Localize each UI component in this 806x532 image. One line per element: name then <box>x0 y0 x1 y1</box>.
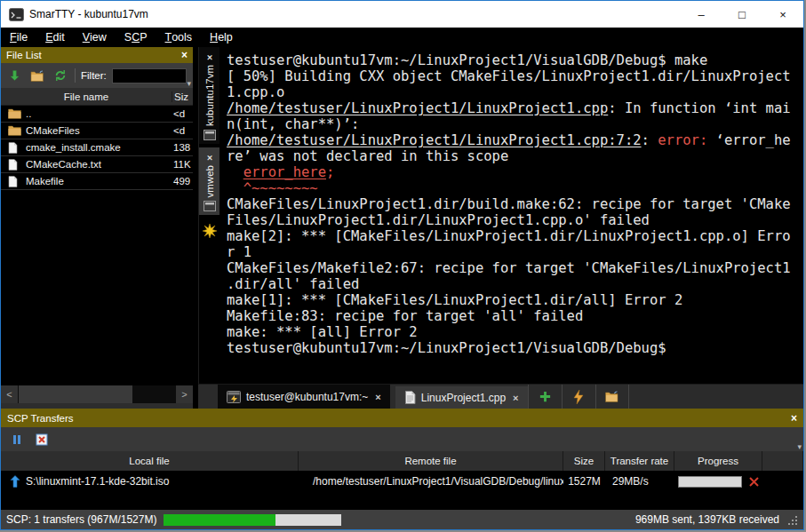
scp-toolbar: ▾ <box>1 427 803 451</box>
pause-transfer-button[interactable] <box>8 431 26 449</box>
terminal-line: r 1 <box>227 244 802 260</box>
scp-table-header: Local fileRemote fileSizeTransfer ratePr… <box>1 451 803 471</box>
hscroll-thumb[interactable] <box>19 385 132 403</box>
menu-help[interactable]: Help <box>201 28 242 47</box>
session-tab-kubuntu17vm[interactable]: kubuntu17vm× <box>199 47 219 144</box>
scp-column-size[interactable]: Size <box>563 451 605 471</box>
tab-label: LinuxProject1.cpp <box>421 392 506 404</box>
toolbar-overflow-icon[interactable]: ▾ <box>187 80 191 87</box>
file-list-hscrollbar[interactable]: < > <box>1 385 193 403</box>
scp-panel-filler <box>1 492 803 503</box>
filter-label: Filter: <box>81 70 107 81</box>
file-list-toolbar: Filter: ▾ <box>1 63 193 88</box>
maximize-button[interactable]: □ <box>722 1 762 28</box>
filter-input[interactable] <box>112 68 187 83</box>
transfer-size: 1527M <box>563 471 605 492</box>
status-progress-bar <box>164 514 341 526</box>
session-tab-label: kubuntu17vm <box>204 65 215 126</box>
abort-transfer-icon[interactable] <box>748 476 760 488</box>
download-button[interactable] <box>5 67 23 84</box>
transfer-remote-file: /home/testuser/LinuxProject1/VisualGDB/D… <box>299 471 563 492</box>
file-row[interactable]: CMakeCache.txt11K <box>1 156 193 173</box>
scp-toolbar-overflow-icon[interactable]: ▾ <box>797 443 802 450</box>
menu-tools[interactable]: Tools <box>156 28 202 47</box>
new-session-sun-icon[interactable] <box>199 224 219 238</box>
menu-scp[interactable]: SCP <box>116 28 156 47</box>
file-size: 499 <box>173 176 193 187</box>
menu-file[interactable]: File <box>1 28 36 47</box>
scp-column-transfer-rate[interactable]: Transfer rate <box>605 451 674 471</box>
session-tab-vmweb[interactable]: vmweb× <box>199 147 219 215</box>
column-size[interactable]: Siz <box>172 91 193 102</box>
terminal-line: .dir/all' failed <box>227 276 802 292</box>
file-name: cmake_install.cmake <box>26 142 173 153</box>
menu-view[interactable]: View <box>74 28 116 47</box>
scp-column-progress[interactable]: Progress <box>674 451 762 471</box>
terminal-line: Makefile:83: recipe for target 'all' fai… <box>227 308 802 324</box>
file-size: <d <box>173 125 193 136</box>
terminal-line: Files/LinuxProject1.dir/LinuxProject1.cp… <box>227 212 802 228</box>
refresh-button[interactable] <box>52 67 69 84</box>
session-terminal-icon <box>203 130 216 140</box>
column-file-name[interactable]: File name <box>1 91 172 102</box>
file-rows: ..<dCMakeFiles<dcmake_install.cmake138CM… <box>1 106 193 385</box>
tab-close-icon[interactable]: × <box>511 393 518 403</box>
terminal-line: /home/testuser/LinuxProject1/LinuxProjec… <box>227 100 802 116</box>
close-button[interactable]: × <box>762 1 803 28</box>
new-terminal-button[interactable] <box>528 385 562 409</box>
app-icon <box>9 8 24 21</box>
tab-linuxproject1-cpp[interactable]: LinuxProject1.cpp× <box>395 386 528 409</box>
session-tab-close-icon[interactable]: × <box>204 51 215 65</box>
file-list-close-icon[interactable]: × <box>181 49 188 61</box>
folder-icon <box>8 125 26 136</box>
resize-grip[interactable] <box>786 514 798 526</box>
open-file-button[interactable] <box>595 385 629 409</box>
minimize-button[interactable]: – <box>681 1 722 28</box>
scp-column-remote-file[interactable]: Remote file <box>299 451 563 471</box>
file-row[interactable]: Makefile499 <box>1 173 193 190</box>
file-list-title: File List <box>6 50 42 60</box>
scroll-left-icon[interactable]: < <box>1 385 18 403</box>
title-bar: SmarTTY - kubuntu17vm – □ × <box>1 1 803 28</box>
scp-column-extra[interactable] <box>762 451 803 471</box>
document-icon <box>404 391 416 404</box>
terminal-icon <box>227 391 241 403</box>
open-folder-button[interactable] <box>28 67 46 84</box>
scp-transfers-panel: SCP Transfers × ▾ Local fileRemote fileS… <box>1 409 803 503</box>
transfer-row[interactable]: S:\linuxmint-17.1-kde-32bit.iso /home/te… <box>1 471 803 492</box>
terminal-line: error_here; <box>227 164 802 180</box>
file-row[interactable]: CMakeFiles<d <box>1 123 193 139</box>
run-command-button[interactable] <box>562 385 595 409</box>
file-list-header: File List × <box>1 47 193 63</box>
cancel-transfer-button[interactable] <box>33 431 51 449</box>
file-name: CMakeFiles <box>26 125 173 136</box>
status-progress-fill <box>164 514 275 526</box>
bottom-tab-bar: testuser@kubuntu17vm:~×LinuxProject1.cpp… <box>198 384 803 409</box>
menu-edit[interactable]: Edit <box>36 28 74 47</box>
main-area: File List × Filter: ▾ File name <box>1 47 803 409</box>
scp-column-local-file[interactable]: Local file <box>1 451 299 471</box>
transfer-progress-bar <box>678 476 742 488</box>
status-traffic-text: 969MB sent, 1397KB received <box>635 513 779 526</box>
file-name: .. <box>26 108 173 119</box>
window-title: SmarTTY - kubuntu17vm <box>29 8 148 20</box>
tab-label: testuser@kubuntu17vm:~ <box>246 391 368 403</box>
terminal-line: re’ was not declared in this scope <box>227 148 802 164</box>
session-terminal-icon <box>203 201 216 211</box>
file-icon <box>8 159 26 171</box>
terminal-output[interactable]: testuser@kubuntu17vm:~/LinuxProject1/Vis… <box>219 47 803 384</box>
hscroll-track[interactable] <box>18 385 176 403</box>
toolbar-separator <box>75 68 76 83</box>
tab-close-icon[interactable]: × <box>373 392 380 402</box>
terminal-line: CMakeFiles/LinuxProject1.dir/build.make:… <box>227 196 802 212</box>
tab-testuser-kubuntu17vm-[interactable]: testuser@kubuntu17vm:~× <box>218 385 390 409</box>
scroll-right-icon[interactable]: > <box>176 385 193 403</box>
file-row[interactable]: cmake_install.cmake138 <box>1 139 193 156</box>
terminal-line: /home/testuser/LinuxProject1/LinuxProjec… <box>227 132 802 148</box>
session-tab-close-icon[interactable]: × <box>204 151 215 165</box>
gap <box>1 503 803 510</box>
file-row[interactable]: ..<d <box>1 106 193 123</box>
terminal-line: CMakeFiles/Makefile2:67: recipe for targ… <box>227 260 802 276</box>
transfer-rate: 29MB/s <box>605 471 674 492</box>
scp-transfers-close-icon[interactable]: × <box>791 412 797 425</box>
